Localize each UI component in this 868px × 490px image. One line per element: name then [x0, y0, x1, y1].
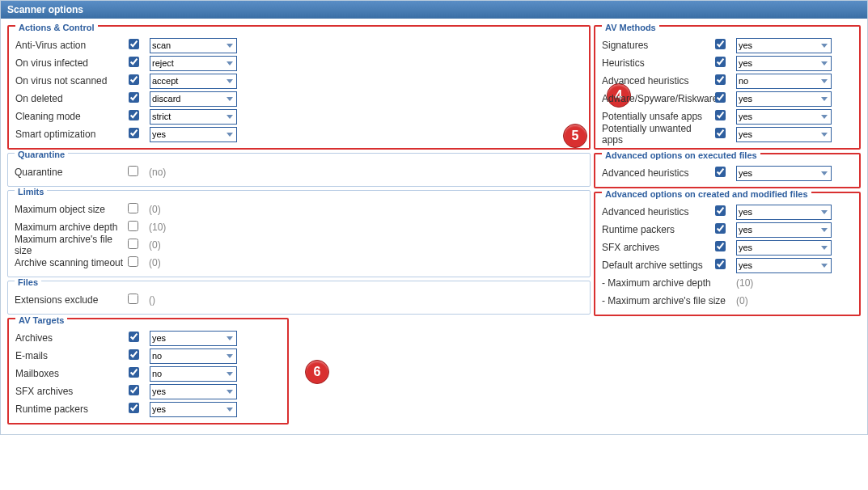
- targets-select[interactable]: no: [150, 366, 237, 382]
- actions-label: On deleted: [15, 93, 129, 104]
- actions-row: On virus not scannedaccept: [15, 72, 582, 90]
- actions-select[interactable]: yes: [150, 127, 237, 142]
- limits-checkbox[interactable]: [128, 256, 138, 267]
- actions-checkbox[interactable]: [129, 57, 139, 67]
- files-checkbox[interactable]: [128, 294, 138, 304]
- panel-title: Scanner options: [1, 1, 867, 19]
- adv-created-sub-label: - Maximum archive depth: [602, 277, 736, 289]
- quarantine-legend: Quarantine: [15, 150, 68, 159]
- adv-created-sub-row: - Maximum archive's file size(0): [602, 292, 853, 310]
- actions-checkbox[interactable]: [129, 110, 139, 120]
- actions-checkbox[interactable]: [129, 92, 139, 103]
- methods-checkbox[interactable]: [715, 74, 726, 85]
- targets-checkbox[interactable]: [129, 403, 139, 413]
- badge-5: 5: [563, 124, 587, 148]
- targets-select[interactable]: no: [150, 348, 237, 364]
- methods-select[interactable]: yes: [736, 109, 832, 125]
- panel-body: Actions & Control 4 Anti-Virus actionsca…: [1, 19, 867, 434]
- methods-select[interactable]: yes: [736, 127, 832, 142]
- adv-created-checkbox[interactable]: [715, 223, 726, 234]
- limits-label: Archive scanning timeout: [15, 257, 128, 268]
- methods-checkbox[interactable]: [715, 57, 726, 67]
- quarantine-label: Quarantine: [15, 167, 128, 178]
- adv-created-checkbox[interactable]: [715, 241, 726, 251]
- limits-checkbox[interactable]: [128, 221, 138, 231]
- actions-row: On virus infectedreject: [15, 54, 582, 72]
- adv-exec-select[interactable]: yes: [736, 166, 832, 181]
- limits-checkbox[interactable]: [128, 239, 138, 249]
- adv-created-checkbox[interactable]: [715, 205, 726, 216]
- limits-checkbox[interactable]: [128, 203, 138, 213]
- actions-select[interactable]: accept: [150, 74, 237, 89]
- targets-checkbox[interactable]: [129, 349, 139, 360]
- limits-label: Maximum object size: [15, 204, 128, 215]
- actions-label: Smart optimization: [15, 129, 129, 140]
- actions-select[interactable]: scan: [150, 38, 237, 53]
- actions-checkbox[interactable]: [129, 74, 139, 85]
- adv-created-select[interactable]: yes: [736, 222, 832, 238]
- methods-row: Advanced heuristicsno: [602, 72, 853, 90]
- limits-label: Maximum archive depth: [15, 222, 128, 233]
- adv-created-sub-row: - Maximum archive depth(10): [602, 274, 853, 292]
- targets-checkbox[interactable]: [129, 332, 139, 342]
- targets-row: Runtime packersyes: [15, 400, 281, 418]
- quarantine-checkbox[interactable]: [128, 166, 138, 176]
- methods-label: Advanced heuristics: [602, 75, 715, 87]
- adv-exec-row: Advanced heuristicsyes: [602, 164, 853, 182]
- targets-select[interactable]: yes: [150, 384, 237, 399]
- methods-select[interactable]: no: [736, 74, 832, 89]
- methods-row: Adware/Spyware/Riskwareyes: [602, 90, 853, 108]
- methods-row: Potentially unwanted appsyes: [602, 125, 853, 143]
- limits-label: Maximum archive's file size: [15, 234, 128, 256]
- targets-row: SFX archivesyes: [15, 382, 281, 400]
- targets-select[interactable]: yes: [150, 402, 237, 417]
- methods-checkbox[interactable]: [715, 128, 726, 138]
- actions-row: On deleteddiscard: [15, 90, 582, 108]
- methods-label: Signatures: [602, 40, 715, 51]
- methods-select[interactable]: yes: [736, 38, 832, 53]
- methods-checkbox[interactable]: [715, 92, 726, 103]
- files-legend: Files: [15, 277, 41, 287]
- actions-checkbox[interactable]: [129, 128, 139, 138]
- methods-label: Potentially unsafe apps: [602, 111, 715, 122]
- actions-select[interactable]: strict: [150, 109, 237, 125]
- scanner-options-panel: Scanner options Actions & Control 4 Anti…: [0, 0, 868, 435]
- adv-created-sub-value: (10): [736, 277, 753, 289]
- adv-exec-fieldset: Advanced options on executed files Advan…: [594, 153, 861, 188]
- targets-label: Runtime packers: [15, 403, 129, 415]
- methods-checkbox[interactable]: [715, 39, 726, 49]
- methods-label: Adware/Spyware/Riskware: [602, 93, 715, 104]
- left-column: Actions & Control 4 Anti-Virus actionsca…: [7, 25, 591, 428]
- methods-select[interactable]: yes: [736, 91, 832, 107]
- actions-label: Anti-Virus action: [15, 40, 129, 51]
- actions-select[interactable]: reject: [150, 56, 237, 71]
- actions-legend: Actions & Control: [15, 23, 98, 32]
- targets-label: E-mails: [15, 350, 129, 361]
- adv-created-legend: Advanced options on created and modified…: [602, 189, 811, 199]
- adv-created-label: Advanced heuristics: [602, 206, 715, 218]
- actions-row: Anti-Virus actionscan: [15, 36, 582, 54]
- av-methods-fieldset: AV Methods SignaturesyesHeuristicsyesAdv…: [594, 25, 861, 150]
- targets-row: E-mailsno: [15, 347, 281, 365]
- adv-created-row: Default archive settingsyes: [602, 256, 853, 274]
- actions-label: Cleaning mode: [15, 111, 129, 122]
- targets-checkbox[interactable]: [129, 385, 139, 395]
- actions-select[interactable]: discard: [150, 91, 237, 107]
- adv-created-label: Default archive settings: [602, 260, 715, 271]
- targets-select[interactable]: yes: [150, 331, 237, 346]
- av-targets-fieldset: AV Targets 6 ArchivesyesE-mailsnoMailbox…: [7, 318, 289, 425]
- adv-created-select[interactable]: yes: [736, 205, 832, 220]
- limits-row: Maximum object size(0): [15, 201, 583, 218]
- targets-checkbox[interactable]: [129, 367, 139, 378]
- actions-checkbox[interactable]: [129, 39, 139, 49]
- targets-label: Archives: [15, 332, 129, 344]
- adv-created-select[interactable]: yes: [736, 258, 832, 273]
- methods-checkbox[interactable]: [715, 110, 726, 120]
- adv-created-sub-label: - Maximum archive's file size: [602, 295, 736, 306]
- adv-created-select[interactable]: yes: [736, 240, 832, 256]
- adv-created-label: SFX archives: [602, 242, 715, 253]
- actions-row: Smart optimizationyes: [15, 125, 582, 143]
- methods-select[interactable]: yes: [736, 56, 832, 71]
- adv-exec-checkbox[interactable]: [715, 167, 726, 177]
- adv-created-checkbox[interactable]: [715, 259, 726, 269]
